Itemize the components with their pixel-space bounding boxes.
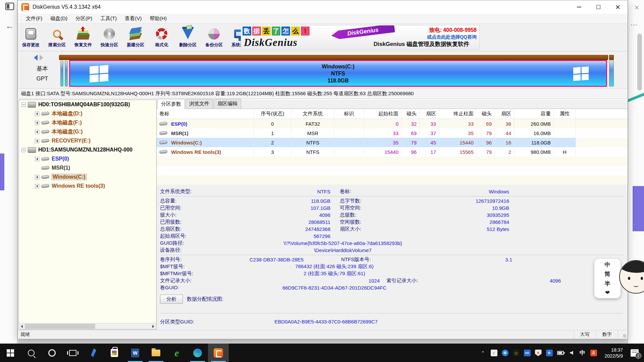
scroll-right-icon[interactable] — [150, 323, 156, 329]
collapse-icon[interactable] — [21, 103, 26, 107]
action-center-icon[interactable]: 2 — [631, 349, 639, 357]
search-icon — [28, 350, 35, 356]
quick-partition-button[interactable]: 快速分区 — [96, 24, 122, 51]
tab-browse-files[interactable]: 浏览文件 — [185, 99, 213, 109]
minimize-button[interactable] — [569, 0, 589, 14]
collapse-icon[interactable] — [21, 148, 26, 152]
expand-icon[interactable] — [35, 184, 39, 188]
ime-simplified[interactable]: 简 — [605, 270, 610, 278]
app-file-explorer[interactable] — [146, 344, 166, 362]
tray-snowflake-icon[interactable]: ❄ — [546, 350, 553, 356]
tree-item-hd1[interactable]: HD1:SAMSUNGMZNLN128HAHQ-000 — [19, 145, 156, 154]
background-scrollbar[interactable] — [637, 34, 642, 90]
tray-security-alert-icon[interactable]: ✕ — [535, 350, 542, 356]
pinned-app-store[interactable] — [104, 344, 125, 362]
menu-view[interactable]: 查看(V) — [121, 14, 146, 23]
partition-icon — [159, 131, 168, 135]
tray-dingtalk-icon[interactable]: ❇ — [502, 350, 508, 356]
partition-fs: NTFS — [70, 70, 606, 77]
sogou-ime-floating-bar[interactable]: 中 简 半 ❤ — [594, 259, 621, 298]
tree-horizontal-scrollbar[interactable] — [19, 323, 156, 329]
close-button[interactable] — [608, 0, 628, 14]
menu-disk[interactable]: 磁盘(D) — [46, 14, 71, 23]
tree-item-esp[interactable]: ESP(0) — [19, 155, 156, 163]
status-bar: 就绪 大写 数字 — [18, 330, 628, 339]
tree-item-windows-re[interactable]: Windows RE tools(3) — [19, 182, 156, 190]
scrollbar-thumb[interactable] — [25, 324, 95, 329]
ime-heart-icon[interactable]: ❤ — [605, 289, 610, 296]
menu-help[interactable]: 帮助(H) — [146, 14, 171, 23]
app-word[interactable]: W — [125, 344, 146, 362]
disk-nav-arrows[interactable] — [34, 55, 43, 61]
prev-disk-icon[interactable] — [34, 55, 38, 61]
ime-halfwidth[interactable]: 半 — [605, 280, 610, 288]
tree-item-msr[interactable]: MSR(1) — [19, 164, 156, 172]
partition-strip-msr[interactable] — [65, 61, 68, 86]
tree-item-windows-c[interactable]: Windows(C:) — [19, 173, 156, 181]
table-row-windows-re[interactable]: Windows RE tools(3) 3 NTFS 15440 96 17 1… — [157, 147, 628, 157]
partition-block-windows-c[interactable]: Windows(C:) NTFS 118.0GB — [69, 60, 607, 87]
table-row-windows-c-selected[interactable]: Windows(C:) 2 NTFS 35 79 45 15440 96 16 … — [157, 138, 628, 147]
partition-strip-esp[interactable] — [60, 61, 63, 86]
back-arrow-icon[interactable]: ← — [5, 21, 14, 31]
expand-icon[interactable] — [35, 175, 39, 179]
tray-intel-graphics-icon[interactable]: HD — [524, 350, 531, 356]
app-diskgenius-active[interactable] — [208, 344, 229, 362]
tree-item-local-f[interactable]: 本地磁盘(F:) — [19, 118, 156, 127]
tree-item-hd0[interactable]: HD0:TOSHIBAMQ04ABF100(932GB) — [19, 100, 156, 109]
tree-item-recovery-e[interactable]: RECOVERY(E:) — [19, 136, 156, 145]
table-row-msr[interactable]: MSR(1) 1 MSR 33 69 37 35 79 44 16.0MB — [157, 128, 628, 138]
background-more-icon[interactable]: ⋯ — [631, 21, 638, 29]
expand-icon[interactable] — [35, 130, 39, 134]
taskbar-clock[interactable]: 18:37 2022/5/9 — [601, 347, 627, 359]
new-partition-icon — [128, 27, 143, 41]
analyze-button[interactable]: 分析 — [160, 295, 183, 304]
disk-overview-bar: 基本 GPT Windows(C:) NTFS 118.0GB — [18, 51, 628, 89]
task-view-button[interactable] — [62, 344, 83, 362]
background-close-icon[interactable]: ✕ — [634, 4, 639, 11]
tree-item-local-g[interactable]: 本地磁盘(G:) — [19, 127, 156, 136]
cortana-button[interactable] — [42, 344, 62, 362]
expand-icon[interactable] — [35, 121, 39, 125]
recover-files-button[interactable]: 恢复文件 — [70, 24, 96, 51]
tray-antivirus-icon[interactable]: ✓ — [491, 350, 497, 356]
scroll-left-icon[interactable] — [19, 323, 25, 329]
expand-icon[interactable] — [35, 157, 39, 161]
ad-banner[interactable]: 数 据 丢 了 怎 么 ！ DiskGenius DiskGenius 致电: … — [241, 25, 480, 50]
start-button[interactable] — [0, 344, 21, 362]
menu-partition[interactable]: 分区(P) — [71, 14, 96, 23]
pinned-app-flash[interactable] — [83, 344, 104, 362]
expand-icon[interactable] — [35, 139, 39, 143]
pinned-app-ie[interactable]: e — [166, 344, 187, 362]
tray-volume-icon[interactable] — [568, 350, 575, 356]
partition-icon — [41, 175, 50, 179]
ad-qq-link[interactable]: 或点击此处选择QQ咨询 — [427, 34, 477, 40]
format-button[interactable]: 格式化 — [149, 24, 175, 51]
maximize-button[interactable] — [589, 0, 608, 14]
tab-sector-edit[interactable]: 扇区编辑 — [214, 99, 241, 109]
tree-item-local-d[interactable]: 本地磁盘(D:) — [19, 109, 156, 118]
tray-sogou-icon[interactable]: S — [590, 350, 597, 356]
tray-expand-icon[interactable]: ⌃ — [480, 350, 486, 356]
delete-partition-button[interactable]: 删除分区 — [175, 24, 201, 51]
ime-mode-chinese[interactable]: 中 — [605, 261, 610, 268]
search-partition-button[interactable]: 搜索分区 — [44, 24, 70, 51]
partition-strip-re-tools[interactable] — [609, 61, 614, 86]
caps-lock-indicator: 大写 — [574, 330, 596, 339]
tray-battery-icon[interactable] — [557, 350, 564, 356]
next-disk-icon[interactable] — [40, 55, 43, 61]
resize-grip[interactable] — [618, 330, 628, 339]
tab-partition-params[interactable]: 分区参数 — [157, 99, 185, 109]
new-partition-button[interactable]: 新建分区 — [122, 24, 149, 51]
tray-nvidia-icon[interactable]: ◎ — [513, 350, 520, 356]
tray-ime-indicator[interactable]: 中 — [579, 350, 586, 356]
menu-tools[interactable]: 工具(T) — [96, 14, 121, 23]
partition-icon — [41, 139, 50, 143]
app-edge[interactable] — [187, 344, 208, 362]
menu-file[interactable]: 文件(F) — [22, 14, 46, 23]
table-row-esp[interactable]: ESP(0) 0 FAT32 0 32 33 33 69 36 260.0MB — [157, 119, 628, 128]
backup-partition-button[interactable]: 备份分区 — [201, 24, 227, 51]
taskbar-search[interactable] — [21, 344, 42, 362]
expand-icon[interactable] — [35, 112, 39, 116]
save-changes-button[interactable]: 保存更改 — [18, 24, 44, 51]
